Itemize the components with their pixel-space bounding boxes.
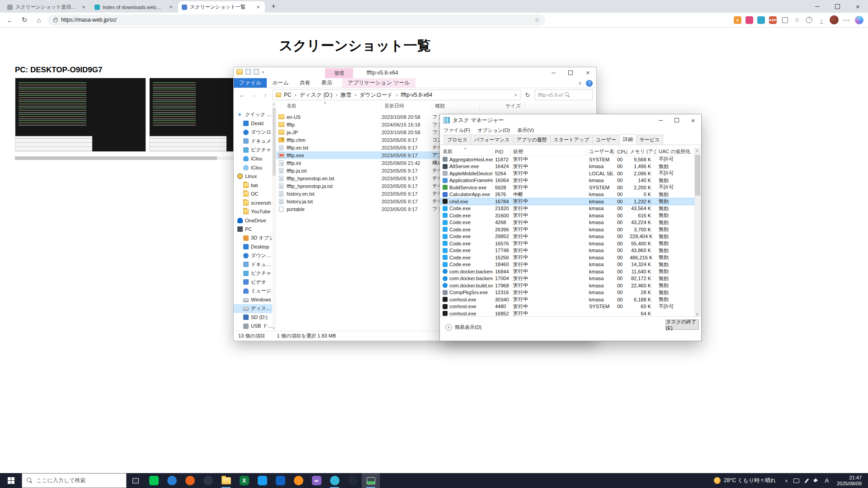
tab-close-icon[interactable] [168, 4, 174, 10]
up-icon[interactable] [261, 92, 270, 99]
column-header-type[interactable]: 種類 [432, 102, 480, 110]
task-manager-icon[interactable] [362, 473, 380, 488]
sidebar-item[interactable]: bat [234, 181, 276, 190]
breadcrumb-item[interactable]: PC [284, 92, 300, 98]
sidebar-item[interactable]: ドキュメ [234, 137, 276, 146]
column-header-uac[interactable]: UAC の仮想化 [656, 148, 694, 155]
taskmgr-tab[interactable]: スタートアップ [550, 135, 593, 145]
task-view-button[interactable] [127, 473, 145, 488]
help-icon[interactable] [586, 80, 593, 87]
process-row[interactable]: Code.exe 21820 実行中 kmasa 00 43,564 K 無効 [440, 205, 694, 212]
history-icon[interactable] [805, 16, 813, 24]
sidebar-item[interactable]: ピクチャ [234, 269, 276, 278]
sidebar-item[interactable]: screensh [234, 198, 276, 207]
end-task-button[interactable]: タスクの終了(E) [665, 319, 699, 330]
refresh-icon[interactable] [19, 14, 30, 25]
explorer-search-box[interactable]: ffftp-v5.8-x64の検索 [535, 89, 593, 100]
pen-tray-icon[interactable] [802, 473, 811, 488]
sidebar-item[interactable]: ダウンロー [234, 251, 276, 260]
browser-tab[interactable]: スクリーンショット送信batファイル [4, 1, 90, 13]
simple-view-toggle[interactable]: 簡易表示(D) [445, 324, 481, 331]
edge-icon[interactable] [326, 473, 344, 488]
maximize-icon[interactable] [669, 114, 685, 126]
extension-asp-icon[interactable]: ASP [769, 16, 777, 24]
process-row[interactable]: AggregatorHost.exe 11872 実行中 SYSTEM 00 9… [440, 156, 694, 163]
process-row[interactable]: Code.exe 18460 実行中 kmasa 00 14,324 K 無効 [440, 261, 694, 268]
start-button[interactable] [0, 473, 22, 488]
ribbon-tab[interactable]: 共有 [294, 78, 316, 88]
process-row[interactable]: com.docker.build.exe 17968 実行中 kmasa 00 … [440, 282, 694, 289]
extensions-puzzle-icon[interactable] [781, 16, 789, 24]
ribbon-tab[interactable]: ファイル [234, 78, 267, 88]
sidebar-item[interactable]: ビデオ [234, 278, 276, 287]
chat-app-icon[interactable] [145, 473, 163, 488]
taskmgr-tab[interactable]: アプリの履歴 [513, 135, 551, 145]
taskbar-search-box[interactable]: ここに入力して検索 [22, 473, 127, 488]
address-dropdown-icon[interactable] [514, 93, 517, 97]
taskmgr-tab[interactable]: 詳細 [619, 134, 637, 145]
process-row[interactable]: AltServer.exe 16424 実行中 kmasa 00 1,496 K… [440, 163, 694, 170]
sidebar-scrollbar-thumb[interactable] [273, 108, 276, 176]
browser-tab[interactable]: スクリーンショット一覧 [178, 1, 265, 13]
taskmgr-tab[interactable]: プロセス [443, 135, 471, 145]
refresh-icon[interactable] [523, 92, 532, 99]
site-info-icon[interactable] [53, 19, 57, 22]
taskmgr-titlebar[interactable]: タスク マネージャー [440, 114, 701, 126]
process-row[interactable]: com.docker.backend... 16844 実行中 kmasa 00… [440, 268, 694, 275]
sidebar-item[interactable]: USB ドライ [234, 322, 276, 331]
sidebar-item[interactable]: クイック アク [234, 110, 276, 119]
explorer-titlebar[interactable]: 管理 ffftp-v5.8-x64 [234, 67, 596, 78]
breadcrumb-item[interactable]: ディスク (D:) [300, 91, 340, 99]
menu-item[interactable]: 表示(V) [517, 127, 534, 134]
excel-icon[interactable]: X [235, 473, 253, 488]
process-row[interactable]: Code.exe 26396 実行中 kmasa 00 3,700 K 無効 [440, 226, 694, 233]
column-header-pid[interactable]: PID [493, 148, 511, 155]
process-row[interactable]: AppleMobileDeviceS... 5264 実行中 LOCAL SE.… [440, 170, 694, 177]
column-header-name[interactable]: 名前 [440, 148, 493, 155]
process-scrollbar[interactable] [694, 148, 701, 317]
column-header-size[interactable]: サイズ [480, 102, 525, 110]
sidebar-scrollbar[interactable] [272, 102, 276, 331]
taskmgr-tab[interactable]: サービス [636, 135, 664, 145]
sidebar-item[interactable]: Desktop [234, 243, 276, 252]
process-row[interactable]: Code.exe 4268 実行中 kmasa 00 43,224 K 無効 [440, 219, 694, 226]
process-row[interactable]: Code.exe 16576 実行中 kmasa 00 55,400 K 無効 [440, 240, 694, 247]
sidebar-item[interactable]: ドキュメント [234, 260, 276, 269]
menu-item[interactable]: オプション(O) [477, 127, 510, 134]
column-header-user[interactable]: ユーザー名 [587, 148, 615, 155]
tab-close-icon[interactable] [80, 4, 87, 10]
close-icon[interactable] [685, 114, 701, 126]
minimize-icon[interactable] [545, 67, 562, 78]
taskmgr-tab[interactable]: パフォーマンス [471, 135, 514, 145]
extension-a-icon[interactable]: a [734, 16, 741, 24]
sidebar-item[interactable]: 3D オブジ [234, 234, 276, 243]
home-icon[interactable] [33, 14, 44, 25]
process-row[interactable]: BuildService.exe 5928 実行中 SYSTEM 00 2,20… [440, 184, 694, 191]
sidebar-item[interactable]: ダウンロ [234, 128, 276, 137]
gallery-scrollbar-thumb[interactable] [15, 156, 217, 160]
process-row[interactable]: ApplicationFrameHo... 16064 実行中 kmasa 00… [440, 177, 694, 184]
taskmgr-tab[interactable]: ユーザー [592, 135, 620, 145]
extension-teal-icon[interactable] [757, 16, 765, 24]
copilot-icon[interactable] [855, 16, 863, 24]
minimize-icon[interactable] [807, 0, 827, 13]
ribbon-tab[interactable]: ホーム [267, 78, 294, 88]
process-row[interactable]: Code.exe 15256 実行中 kmasa 00 486,216 K 無効 [440, 254, 694, 261]
process-row[interactable]: conhost.exe 4480 実行中 SYSTEM 00 60 K 不許可 [440, 303, 694, 310]
orange-app-icon[interactable] [181, 473, 199, 488]
column-header-date[interactable]: 更新日時 [382, 102, 432, 110]
breadcrumb-bar[interactable]: PC ディスク (D:) 雅雪 ダウンロード ffftp-v5.8-x64 [273, 89, 520, 100]
process-row[interactable]: com.docker.backend... 17004 実行中 kmasa 00… [440, 275, 694, 282]
forward-icon[interactable] [249, 92, 258, 99]
dark-app-icon[interactable] [199, 473, 217, 488]
column-header-memory[interactable]: メモリ (アクテ... [627, 148, 656, 155]
column-header-status[interactable]: 状態 [511, 148, 587, 155]
sidebar-item[interactable]: iClou [234, 163, 276, 172]
sidebar-item[interactable]: ピクチャ [234, 145, 276, 155]
sidebar-item[interactable]: PC [234, 225, 276, 234]
back-icon[interactable] [5, 14, 15, 25]
taskbar-clock[interactable]: 21:47 2025/08/09 [832, 475, 866, 487]
settings-menu-icon[interactable] [843, 16, 851, 24]
hidden-icons-chevron[interactable] [781, 479, 792, 483]
firefox-icon[interactable] [289, 473, 307, 488]
